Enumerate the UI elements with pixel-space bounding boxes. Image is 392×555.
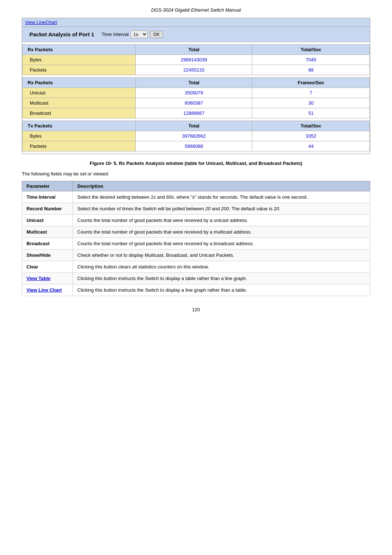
bytes-label-1: Bytes: [23, 55, 136, 65]
param-label-view-line-chart: View Line Chart: [22, 284, 73, 296]
page-title: DGS-3024 Gigabit Ethernet Switch Manual: [22, 7, 370, 13]
param-desc-broadcast: Counts the total number of good packets …: [73, 238, 370, 250]
table-row: Bytes 397682662 3352: [23, 131, 370, 141]
time-interval-select[interactable]: 1s 5s 10s 30s 60s: [131, 31, 148, 38]
rx-packets-1-col2: Total: [136, 45, 252, 55]
view-line-chart-link[interactable]: View Line Chart: [26, 287, 62, 293]
param-row-view-line-chart: View Line Chart Clicking this button ins…: [22, 284, 370, 296]
params-table-header: Parameter Description: [22, 181, 370, 191]
table-row: Bytes 2989143039 7045: [23, 55, 370, 65]
param-label-multicast: Multicast: [22, 226, 73, 238]
param-label-view-table: View Table: [22, 273, 73, 284]
rx-packets-1-col3: Total/Sec: [252, 45, 370, 55]
param-desc-show-hide: Check whether or not to display Multicas…: [73, 250, 370, 261]
panel-header-title: Packet Analysis of Port 1: [29, 31, 94, 37]
main-panel: View LineChart Packet Analysis of Port 1…: [22, 18, 370, 154]
description-text: The following fields may be set or viewe…: [22, 171, 370, 177]
param-row-unicast: Unicast Counts the total number of good …: [22, 215, 370, 226]
view-linechart-link[interactable]: View LineChart: [25, 20, 57, 25]
bytes-label-2: Bytes: [23, 131, 136, 141]
rx-packets-1-label: Rx Packets: [23, 45, 136, 55]
tx-packets-header: Tx Packets Total Total/Sec: [23, 121, 370, 131]
param-row-view-table: View Table Clicking this button instruct…: [22, 273, 370, 284]
param-label-show-hide: Show/Hide: [22, 250, 73, 261]
param-row-broadcast: Broadcast Counts the total number of goo…: [22, 238, 370, 250]
desc-col-header: Description: [73, 181, 370, 191]
table-row: Unicast 3505079 7: [23, 88, 370, 98]
packet-data-table: Rx Packets Total Total/Sec Bytes 2989143…: [22, 42, 370, 154]
param-col-header: Parameter: [22, 181, 73, 191]
view-linechart-bar: View LineChart: [22, 18, 370, 27]
param-desc-view-line-chart: Clicking this button instructs the Switc…: [73, 284, 370, 296]
table-row: Packets 5866088 44: [23, 141, 370, 151]
rx-packets-2-label: Rx Packets: [23, 78, 136, 88]
param-desc-multicast: Counts the total number of good packets …: [73, 226, 370, 238]
param-label-broadcast: Broadcast: [22, 238, 73, 250]
bytes-total-2: 397682662: [136, 131, 252, 141]
bytes-per-sec-1: 7045: [252, 55, 370, 65]
rx-packets-1-header: Rx Packets Total Total/Sec: [23, 45, 370, 55]
ok-button[interactable]: OK: [150, 31, 163, 38]
tx-packets-col2: Total: [136, 121, 252, 131]
packets-label-2: Packets: [23, 141, 136, 151]
multicast-total: 6060387: [136, 98, 252, 108]
unicast-label: Unicast: [23, 88, 136, 98]
packets-per-sec-2: 44: [252, 141, 370, 151]
param-row-time-interval: Time Interval Select the desired setting…: [22, 191, 370, 203]
param-row-show-hide: Show/Hide Check whether or not to displa…: [22, 250, 370, 261]
time-interval-label: Time Interval: [102, 32, 129, 37]
unicast-total: 3505079: [136, 88, 252, 98]
broadcast-total: 12889667: [136, 108, 252, 118]
param-desc-unicast: Counts the total number of good packets …: [73, 215, 370, 226]
param-desc-record-number: Select the number of times the Switch wi…: [73, 203, 370, 215]
param-row-multicast: Multicast Counts the total number of goo…: [22, 226, 370, 238]
rx-packets-2-col2: Total: [136, 78, 252, 88]
page-number: 120: [22, 307, 370, 312]
param-desc-view-table: Clicking this button instructs the Switc…: [73, 273, 370, 284]
time-interval-control: Time Interval 1s 5s 10s 30s 60s OK: [102, 31, 163, 38]
bytes-total-1: 2989143039: [136, 55, 252, 65]
tx-packets-col3: Total/Sec: [252, 121, 370, 131]
bytes-per-sec-2: 3352: [252, 131, 370, 141]
panel-header: Packet Analysis of Port 1 Time Interval …: [22, 27, 370, 42]
tx-packets-label: Tx Packets: [23, 121, 136, 131]
param-desc-time-interval: Select the desired setting between 1s an…: [73, 191, 370, 203]
param-desc-clear: Clicking this button clears all statisti…: [73, 261, 370, 273]
param-label-unicast: Unicast: [22, 215, 73, 226]
packets-label-1: Packets: [23, 65, 136, 75]
packets-total-1: 22455133: [136, 65, 252, 75]
table-row: Broadcast 12889667 51: [23, 108, 370, 118]
rx-packets-2-header: Rx Packets Total Frames/Sec: [23, 78, 370, 88]
broadcast-per-sec: 51: [252, 108, 370, 118]
multicast-per-sec: 30: [252, 98, 370, 108]
table-row: Packets 22455133 88: [23, 65, 370, 75]
params-table: Parameter Description Time Interval Sele…: [22, 181, 370, 296]
packets-per-sec-1: 88: [252, 65, 370, 75]
param-label-time-interval: Time Interval: [22, 191, 73, 203]
figure-caption: Figure 10- 5. Rx Packets Analysis window…: [22, 161, 370, 166]
broadcast-label: Broadcast: [23, 108, 136, 118]
rx-packets-2-col3: Frames/Sec: [252, 78, 370, 88]
param-label-clear: Clear: [22, 261, 73, 273]
packets-total-2: 5866088: [136, 141, 252, 151]
param-row-clear: Clear Clicking this button clears all st…: [22, 261, 370, 273]
param-label-record-number: Record Number: [22, 203, 73, 215]
param-row-record-number: Record Number Select the number of times…: [22, 203, 370, 215]
table-row: Multicast 6060387 30: [23, 98, 370, 108]
multicast-label: Multicast: [23, 98, 136, 108]
unicast-per-sec: 7: [252, 88, 370, 98]
view-table-link[interactable]: View Table: [26, 276, 50, 281]
